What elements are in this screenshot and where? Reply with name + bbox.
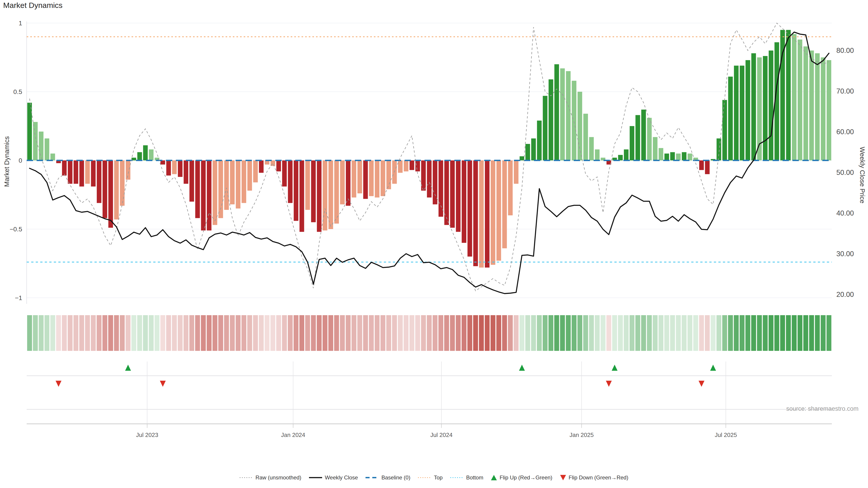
heatmap-cell xyxy=(172,315,177,351)
dynamics-bar xyxy=(224,160,229,210)
heatmap-cell xyxy=(815,315,820,351)
heatmap-cell xyxy=(189,315,194,351)
heatmap-cell xyxy=(450,315,455,351)
flip-down-marker xyxy=(56,381,61,387)
heatmap-cell xyxy=(236,315,241,351)
heatmap-cell xyxy=(85,315,90,351)
legend-item-top[interactable]: Top xyxy=(418,475,442,481)
heatmap-cell xyxy=(311,315,316,351)
legend-item-bottom[interactable]: Bottom xyxy=(450,475,483,481)
heatmap-cell xyxy=(39,315,43,351)
heatmap-cell xyxy=(757,315,762,351)
heatmap-cell xyxy=(525,315,530,351)
dynamics-bar xyxy=(555,64,559,160)
heatmap-cell xyxy=(693,315,698,351)
heatmap-cell xyxy=(224,315,229,351)
heatmap-cell xyxy=(612,315,617,351)
heatmap-cell xyxy=(438,315,443,351)
dynamics-bar xyxy=(276,160,281,171)
heatmap-cell xyxy=(166,315,171,351)
dynamics-bar xyxy=(456,160,461,232)
dynamics-bar xyxy=(410,160,414,170)
dynamics-bar xyxy=(189,160,194,201)
heatmap-cell xyxy=(682,315,687,351)
heatmap-cell xyxy=(780,315,785,351)
heatmap-cell xyxy=(427,315,432,351)
heatmap-cell xyxy=(711,315,716,351)
heatmap-cell xyxy=(554,315,559,351)
heatmap-cell xyxy=(798,315,802,351)
heatmap-cell xyxy=(62,315,67,351)
left-axis-tick: 1 xyxy=(19,20,22,27)
dynamics-bar xyxy=(178,160,183,177)
heatmap-cell xyxy=(282,315,287,351)
legend-label: Flip Up (Red→Green) xyxy=(500,475,552,481)
dynamics-bar xyxy=(242,160,246,203)
heatmap-cell xyxy=(514,315,519,351)
dynamics-bar xyxy=(578,92,582,160)
dynamics-bar xyxy=(74,160,79,184)
legend-item-baseline[interactable]: Baseline (0) xyxy=(366,475,410,481)
legend-item-flip-down[interactable]: Flip Down (Green→Red) xyxy=(560,475,628,481)
heatmap-cell xyxy=(821,315,826,351)
flip-up-marker xyxy=(519,365,525,371)
heatmap-cell xyxy=(803,315,808,351)
right-axis-tick: 70.00 xyxy=(836,87,854,95)
heatmap-cell xyxy=(293,315,299,351)
dynamics-bar xyxy=(827,60,831,160)
dynamics-bar xyxy=(717,138,721,160)
legend-item-raw[interactable]: Raw (unsmoothed) xyxy=(240,475,301,481)
heatmap-cell xyxy=(346,315,350,351)
legend-item-flip-up[interactable]: Flip Up (Red→Green) xyxy=(491,475,552,481)
flip-up-marker xyxy=(612,365,618,371)
dynamics-bar xyxy=(44,138,49,160)
heatmap-cell xyxy=(375,315,380,351)
heatmap-cell xyxy=(398,315,403,351)
legend-label: Flip Down (Green→Red) xyxy=(569,475,628,481)
legend-item-weekly-close[interactable]: Weekly Close xyxy=(309,475,358,481)
heatmap-cell xyxy=(462,315,467,351)
left-axis-title: Market Dynamics xyxy=(3,136,11,187)
heatmap-cell xyxy=(653,315,658,351)
dynamics-bar xyxy=(288,160,293,203)
dynamics-bar xyxy=(798,39,802,160)
heatmap-cell xyxy=(358,315,362,351)
raw-dotted-line-icon xyxy=(240,477,253,479)
heatmap-cell xyxy=(340,315,345,351)
heatmap-cell xyxy=(636,315,640,351)
legend-label: Baseline (0) xyxy=(381,475,410,481)
dynamics-bar xyxy=(438,160,443,217)
heatmap-cell xyxy=(607,315,612,351)
heatmap-cell xyxy=(386,315,391,351)
dynamics-bar xyxy=(213,160,217,225)
dynamics-bar xyxy=(641,109,646,160)
heatmap-cell xyxy=(647,315,652,351)
dynamics-bar xyxy=(386,160,391,189)
heatmap-cell xyxy=(537,315,542,351)
heatmap-cell xyxy=(792,315,797,351)
dynamics-bar xyxy=(467,160,472,257)
heatmap-cell xyxy=(827,315,831,351)
heatmap-cell xyxy=(51,315,55,351)
heatmap-cell xyxy=(97,315,102,351)
heatmap-cell xyxy=(444,315,449,351)
heatmap-cell xyxy=(548,315,553,351)
heatmap-cell xyxy=(218,315,223,351)
dynamics-bar xyxy=(508,160,513,215)
heatmap-cell xyxy=(68,315,72,351)
dynamics-bar xyxy=(792,34,797,160)
heatmap-cell xyxy=(531,315,536,351)
heatmap-cell xyxy=(114,315,119,351)
dynamics-bar xyxy=(311,160,316,222)
heatmap-cell xyxy=(322,315,328,351)
dynamics-bar xyxy=(803,46,808,160)
dynamics-bar xyxy=(485,160,490,267)
legend: Raw (unsmoothed) Weekly Close Baseline (… xyxy=(0,475,868,481)
heatmap-cell xyxy=(108,315,113,351)
dynamics-bar xyxy=(682,152,686,160)
flip-down-marker xyxy=(699,381,704,387)
heatmap-cell xyxy=(404,315,409,351)
market-dynamics-figure: 10.50−0.5−180.0070.0060.0050.0040.0030.0… xyxy=(0,0,868,488)
dynamics-bar xyxy=(531,138,536,160)
dynamics-bar xyxy=(491,160,495,265)
